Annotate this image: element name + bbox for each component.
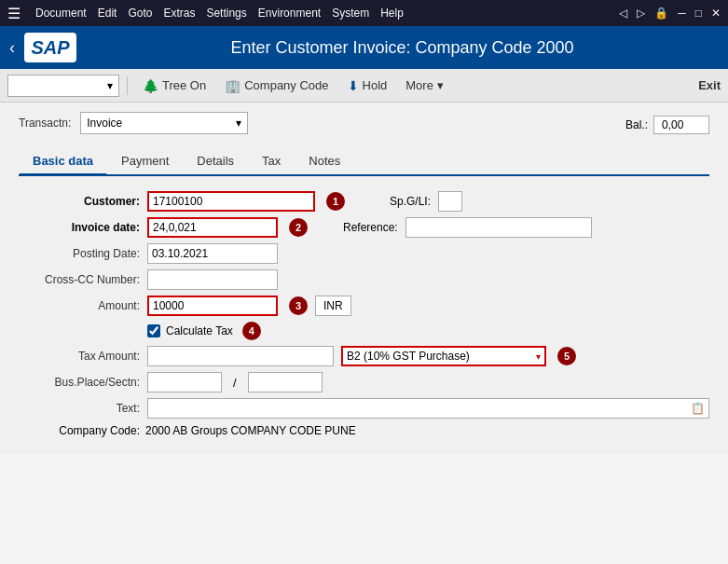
menu-edit[interactable]: Edit [98, 7, 117, 20]
maximize-btn[interactable]: □ [695, 7, 702, 20]
tab-details[interactable]: Details [183, 147, 248, 174]
amount-row: Amount: 3 INR [19, 296, 709, 316]
invoice-date-label: Invoice date: [19, 221, 140, 234]
sap-logo: SAP [24, 33, 76, 62]
form-area: Customer: 1 Sp.G/LI: Invoice date: 2 Ref… [19, 187, 709, 445]
calculate-tax-label: Calculate Tax [166, 324, 233, 337]
tax-amount-row: Tax Amount: B2 (10% GST Purchase) ▾ 5 [19, 346, 709, 366]
reference-label: Reference: [343, 221, 398, 234]
exit-button[interactable]: Exit [698, 78, 721, 92]
amount-input[interactable] [147, 296, 278, 316]
posting-date-label: Posting Date: [19, 247, 140, 260]
hold-button[interactable]: ⬇ Hold [340, 75, 395, 97]
menu-document[interactable]: Document [35, 7, 87, 20]
tax-value: B2 (10% GST Purchase) [347, 350, 470, 363]
back-button[interactable]: ‹ [9, 38, 15, 58]
transactn-label: Transactn: [19, 117, 71, 130]
crosscc-row: Cross-CC Number: [19, 269, 709, 290]
tab-tax[interactable]: Tax [248, 147, 295, 174]
tree-on-button[interactable]: 🌲 Tree On [135, 75, 213, 97]
transactn-arrow-icon: ▾ [236, 117, 241, 130]
calculate-tax-row: Calculate Tax 4 [147, 322, 709, 340]
header-bar: ‹ SAP Enter Customer Invoice: Company Co… [0, 26, 728, 69]
tabs: Basic data Payment Details Tax Notes [19, 147, 709, 176]
page-title: Enter Customer Invoice: Company Code 200… [86, 38, 719, 58]
menu-help[interactable]: Help [380, 7, 404, 20]
customer-input[interactable] [147, 191, 315, 212]
busplace-row: Bus.Place/Sectn: / [19, 372, 709, 392]
slash: / [233, 376, 237, 390]
tax-select[interactable]: B2 (10% GST Purchase) ▾ [341, 346, 546, 366]
busplace-input[interactable] [147, 372, 222, 392]
content-area: Transactn: Invoice ▾ Bal.: 0,00 Basic da… [0, 103, 728, 454]
bal-label: Bal.: [625, 118, 648, 131]
separator [127, 76, 128, 95]
tab-payment[interactable]: Payment [107, 147, 183, 174]
hold-label: Hold [363, 78, 388, 92]
badge-5: 5 [557, 347, 576, 365]
tab-notes[interactable]: Notes [295, 147, 354, 174]
transactn-select[interactable]: Invoice ▾ [80, 112, 248, 134]
badge-3: 3 [289, 296, 308, 315]
bal-value: 0,00 [653, 116, 709, 134]
reference-input[interactable] [405, 217, 592, 238]
crosscc-input[interactable] [147, 269, 278, 290]
toolbar: ▾ 🌲 Tree On 🏢 Company Code ⬇ Hold More ▾… [0, 69, 728, 103]
menu-settings[interactable]: Settings [206, 7, 246, 20]
close-btn[interactable]: ✕ [711, 7, 721, 20]
calculate-tax-checkbox[interactable] [147, 324, 160, 337]
menu-bar: ☰ Document Edit Goto Extras Settings Env… [0, 0, 728, 26]
minimize-btn[interactable]: ─ [678, 7, 686, 20]
text-input-wrap: 📋 [147, 398, 709, 419]
lock-icon[interactable]: 🔒 [654, 7, 668, 20]
spgli-label: Sp.G/LI: [390, 195, 431, 208]
menu-goto[interactable]: Goto [128, 7, 152, 20]
company-code-button[interactable]: 🏢 Company Code [217, 75, 336, 97]
amount-label: Amount: [19, 299, 140, 312]
text-label: Text: [19, 402, 140, 415]
company-code-static-label: Company Code: [19, 424, 140, 437]
badge-4: 4 [242, 322, 261, 340]
badge-2: 2 [289, 218, 308, 237]
transactn-row: Transactn: Invoice ▾ [19, 112, 248, 134]
nav-back-icon[interactable]: ◁ [619, 7, 627, 20]
hamburger-icon[interactable]: ☰ [7, 5, 21, 22]
tree-on-label: Tree On [162, 78, 206, 92]
toolbar-dropdown[interactable]: ▾ [7, 75, 119, 97]
more-arrow-icon: ▾ [437, 78, 444, 92]
tax-amount-label: Tax Amount: [19, 350, 140, 363]
sectn-input[interactable] [248, 372, 323, 392]
posting-date-row: Posting Date: [19, 243, 709, 264]
tree-icon: 🌲 [143, 78, 158, 93]
hold-icon: ⬇ [348, 78, 359, 93]
tax-select-icon: ▾ [536, 351, 541, 362]
menu-extras[interactable]: Extras [163, 7, 195, 20]
company-code-value: 2000 AB Groups COMPANY CODE PUNE [145, 424, 356, 437]
tax-amount-input[interactable] [147, 346, 334, 366]
customer-row: Customer: 1 Sp.G/LI: [19, 191, 709, 212]
invoice-date-input[interactable] [147, 217, 278, 238]
sap-logo-text: SAP [31, 37, 69, 59]
badge-1: 1 [326, 192, 345, 211]
crosscc-label: Cross-CC Number: [19, 273, 140, 286]
text-input[interactable] [148, 399, 687, 418]
more-label: More [405, 78, 433, 92]
customer-label: Customer: [19, 195, 140, 208]
menu-items: Document Edit Goto Extras Settings Envir… [35, 7, 404, 20]
currency-display: INR [315, 296, 351, 316]
company-icon: 🏢 [225, 78, 240, 93]
menu-system[interactable]: System [332, 7, 369, 20]
menu-right: ◁ ▷ 🔒 ─ □ ✕ [619, 7, 721, 20]
posting-date-input[interactable] [147, 243, 278, 264]
text-input-icon[interactable]: 📋 [687, 402, 708, 415]
dropdown-arrow-icon: ▾ [107, 79, 113, 92]
nav-forward-icon[interactable]: ▷ [637, 7, 645, 20]
bal-row: Bal.: 0,00 [625, 116, 709, 134]
company-code-label: Company Code [244, 78, 328, 92]
spgli-input[interactable] [438, 191, 462, 212]
menu-environment[interactable]: Environment [258, 7, 321, 20]
more-button[interactable]: More ▾ [398, 75, 451, 96]
tab-basic-data[interactable]: Basic data [19, 147, 107, 176]
invoice-date-row: Invoice date: 2 Reference: [19, 217, 709, 238]
company-code-row: Company Code: 2000 AB Groups COMPANY COD… [19, 424, 709, 437]
